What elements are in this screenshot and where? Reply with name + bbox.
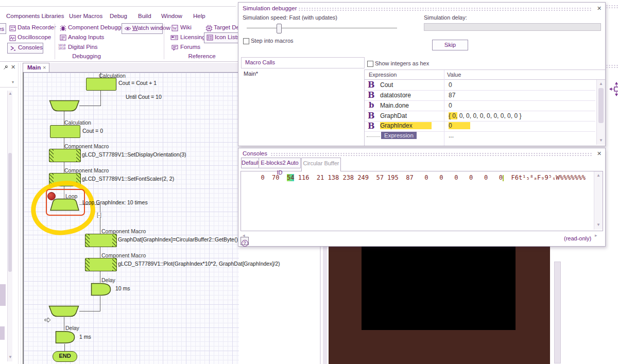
focus-dotted-line	[367, 136, 380, 137]
loop-end-node[interactable]	[49, 100, 80, 112]
calculation-node[interactable]	[86, 78, 116, 91]
table-row[interactable]: B GraphIndex 0	[365, 121, 595, 132]
new-expression-cell[interactable]: Expression	[381, 132, 417, 139]
scroll-down-icon[interactable]: ▼	[596, 223, 600, 227]
consoles-close-icon[interactable]: ✕	[597, 150, 602, 157]
consoles-window: Consoles ✕ 0 70 54 116 21 138 238 249 57…	[238, 148, 606, 247]
macro-calls-item[interactable]: Main*	[244, 71, 258, 77]
execution-cursor-icon	[44, 317, 51, 323]
tab-main[interactable]: Main ×	[23, 63, 49, 72]
byte-type-icon: B	[368, 80, 375, 90]
system-panel-scrollbar[interactable]	[554, 262, 561, 363]
scroll-up-icon[interactable]: ▲	[8, 92, 12, 96]
console-output-line: 0 70 54 116 21 138 238 249 57 195 87 0 0…	[253, 174, 586, 181]
pin-icon[interactable]	[3, 65, 8, 70]
menu-debug[interactable]: Debug	[110, 13, 127, 19]
menu-window[interactable]: Window	[161, 13, 182, 19]
scroll-right-icon[interactable]: ▸	[595, 233, 597, 237]
delay-node[interactable]	[55, 331, 75, 344]
menu-build[interactable]: Build	[138, 13, 151, 19]
component-debugger-button[interactable]: Component Debugger	[68, 24, 126, 30]
simulation-debugger-window: Simulation debugger ✕ Simulation speed: …	[238, 2, 606, 146]
speed-slider-track[interactable]	[247, 28, 397, 28]
tab-close-icon[interactable]: ×	[43, 64, 46, 71]
expression-table-scrollbar[interactable]: ▲ ▼	[596, 80, 605, 145]
col-header-value[interactable]: Value	[447, 72, 461, 78]
console-content[interactable]: 0 70 54 116 21 138 238 249 57 195 87 0 0…	[241, 171, 603, 231]
menu-components-libraries[interactable]: Components Libraries	[6, 13, 64, 19]
loop-collapse-toggle[interactable]: [-]	[96, 212, 102, 218]
connector	[100, 90, 101, 106]
dock-scrollbar[interactable]: ▲ ▼	[7, 91, 12, 361]
read-only-status: (read-only)	[564, 235, 591, 241]
delay-node[interactable]	[91, 283, 111, 296]
help-icon[interactable]: ?	[241, 237, 249, 245]
console-tab-eblocks2-auto-id[interactable]: E-blocks2 Auto ID	[259, 158, 301, 168]
expression-table: Expression Value B Cout 0 B datatostore …	[364, 70, 605, 146]
svg-text:W: W	[173, 26, 177, 31]
flowchart-canvas[interactable]: Calculation Cout = Cout + 1 Until Cout =…	[23, 72, 239, 364]
show-hex-checkbox[interactable]	[367, 61, 373, 67]
scroll-thumb[interactable]	[598, 88, 604, 123]
connector	[100, 246, 100, 258]
byte-type-icon: B	[368, 111, 375, 120]
table-row[interactable]: B GraphDat { 0, 0, 0, 0, 0, 0, 0, 0, 0, …	[365, 111, 595, 122]
debugger-drag-handle[interactable]	[298, 7, 592, 11]
wiki-button[interactable]: Wiki	[180, 24, 192, 30]
menu-help[interactable]: Help	[193, 13, 205, 19]
scroll-up-icon[interactable]: ▲	[599, 82, 603, 86]
licensing-button[interactable]: Licensing	[180, 34, 205, 40]
table-row[interactable]: B Cout 0	[365, 80, 595, 91]
console-vscrollbar[interactable]: ▲ ▼	[594, 171, 603, 230]
calculation-node[interactable]	[50, 125, 80, 138]
oscilloscope-button[interactable]: Oscilloscope	[18, 34, 51, 40]
analog-inputs-icon	[60, 34, 66, 41]
move-window-icon[interactable]	[609, 81, 618, 97]
col-header-expression[interactable]: Expression	[369, 72, 397, 78]
console-tab-circular-buffer[interactable]: Circular Buffer	[301, 158, 341, 171]
ribbon-partial-button[interactable]: es	[0, 23, 6, 34]
connector	[79, 311, 100, 311]
icon-lists-icon	[207, 34, 213, 41]
component-macro-node[interactable]	[85, 234, 117, 247]
calc1-text: Cout = Cout + 1	[118, 80, 157, 86]
debugger-close-icon[interactable]: ✕	[597, 5, 602, 12]
scroll-up-icon[interactable]: ▲	[596, 174, 600, 178]
dock-item-fragment[interactable]	[0, 326, 5, 340]
data-recorder-icon	[9, 25, 16, 31]
speed-slider-thumb[interactable]	[277, 24, 282, 33]
forums-button[interactable]: Forums	[180, 44, 200, 50]
loop-end-node[interactable]	[48, 305, 79, 317]
dock-item-fragment[interactable]	[0, 284, 6, 306]
table-row[interactable]: b Main.done 0	[365, 100, 595, 111]
digital-pins-button[interactable]: Digital Pins	[68, 44, 98, 50]
dock-dropdown[interactable]: ▾	[0, 77, 18, 88]
end-node[interactable]: END	[53, 351, 77, 362]
component-macro-node[interactable]	[85, 258, 117, 271]
highlighted-byte: 54	[287, 174, 294, 181]
scroll-down-icon[interactable]: ▼	[8, 355, 12, 359]
connector	[100, 270, 100, 283]
table-row[interactable]: B datatostore 87	[365, 90, 595, 101]
data-recorder-button[interactable]: Data Recorder	[18, 24, 56, 30]
table-row[interactable]: Expression ...	[365, 131, 595, 142]
canvas-vscrollbar[interactable]	[320, 246, 321, 364]
consoles-drag-handle[interactable]	[270, 152, 592, 156]
scroll-down-icon[interactable]: ▼	[599, 138, 603, 143]
canvas-scroll-strip[interactable]	[323, 246, 327, 364]
step-into-macros-checkbox[interactable]	[243, 38, 249, 44]
skip-button[interactable]: Skip	[432, 40, 468, 50]
icon-lists-button[interactable]: Icon Lists	[204, 32, 239, 43]
ribbon-partial-label: es	[0, 26, 6, 32]
chevron-down-icon: ▾	[12, 80, 14, 84]
dock-close-icon[interactable]: ✕	[11, 64, 15, 71]
loop-start-node[interactable]	[49, 198, 80, 211]
analog-inputs-button[interactable]: Analog Inputs	[68, 34, 104, 40]
consoles-button[interactable]: Consoles	[7, 43, 43, 54]
menu-user-macros[interactable]: User Macros	[69, 13, 102, 19]
watch-window-button[interactable]: Watch window	[122, 23, 163, 34]
dock-scroll-thumb[interactable]	[8, 153, 12, 272]
step-into-macros-label: Step into macros	[251, 38, 294, 44]
console-tab-default[interactable]: Default	[241, 158, 260, 168]
component-macro-node[interactable]	[49, 149, 81, 162]
